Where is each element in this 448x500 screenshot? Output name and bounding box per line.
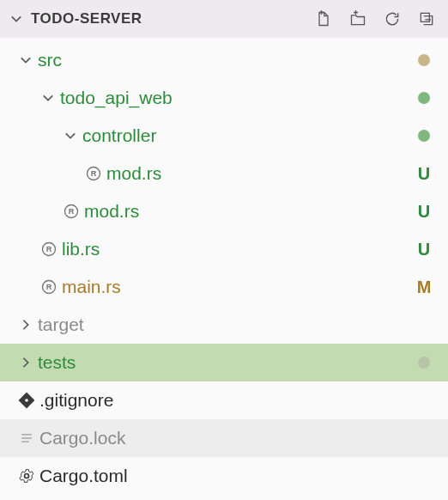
svg-text:R: R — [46, 245, 52, 253]
tree-item-label: Cargo.toml — [38, 466, 434, 486]
tree-item-todo_api_web[interactable]: todo_api_web — [0, 79, 448, 117]
rust-icon: R — [38, 278, 60, 296]
file-icon — [15, 430, 38, 447]
tree-item-label: tests — [36, 352, 414, 373]
tree-item-cargotoml[interactable]: Cargo.toml — [0, 457, 448, 495]
file-tree: srctodo_api_webcontrollerRmod.rsURmod.rs… — [0, 38, 448, 495]
tree-item-label: main.rs — [60, 277, 414, 297]
status-dot — [414, 353, 434, 373]
rust-icon: R — [60, 203, 82, 220]
collapse-all-button[interactable] — [417, 9, 436, 28]
chevron-right-icon[interactable] — [15, 357, 36, 369]
tree-item-controller[interactable]: controller — [0, 117, 448, 155]
tree-item-label: Cargo.lock — [38, 428, 434, 448]
tree-item-todo_api_web_mod[interactable]: Rmod.rsU — [0, 192, 448, 230]
explorer-header: TODO-SERVER — [0, 0, 448, 38]
tree-item-label: mod.rs — [82, 201, 414, 222]
git-status-badge: U — [414, 202, 434, 222]
svg-rect-0 — [421, 13, 429, 21]
tree-item-label: controller — [81, 125, 414, 146]
git-status-badge: U — [414, 240, 434, 259]
chevron-down-icon[interactable] — [10, 13, 27, 25]
new-folder-button[interactable] — [348, 9, 367, 28]
tree-item-label: mod.rs — [105, 163, 414, 184]
rust-icon: R — [82, 165, 105, 182]
chevron-right-icon[interactable] — [15, 319, 36, 331]
rust-icon: R — [38, 241, 60, 258]
tree-item-label: lib.rs — [60, 239, 414, 259]
chevron-down-icon[interactable] — [15, 54, 36, 66]
tree-item-gitignore[interactable]: .gitignore — [0, 381, 448, 419]
tree-item-label: todo_api_web — [58, 88, 414, 108]
chevron-down-icon[interactable] — [38, 92, 58, 104]
tree-item-label: .gitignore — [38, 390, 434, 411]
svg-text:R: R — [69, 207, 75, 216]
gitignore-icon — [15, 392, 38, 409]
gear-icon — [15, 467, 38, 485]
tree-item-main[interactable]: Rmain.rsM — [0, 268, 448, 306]
status-dot — [414, 126, 434, 146]
project-title: TODO-SERVER — [31, 10, 314, 27]
svg-text:R: R — [46, 283, 52, 291]
git-status-badge: M — [414, 277, 434, 297]
status-dot — [414, 51, 434, 70]
refresh-button[interactable] — [383, 9, 402, 28]
svg-point-14 — [25, 399, 28, 402]
tree-item-controller_mod[interactable]: Rmod.rsU — [0, 155, 448, 192]
chevron-down-icon[interactable] — [60, 130, 81, 142]
header-actions — [314, 9, 441, 28]
tree-item-tests[interactable]: tests — [0, 344, 448, 381]
tree-item-target[interactable]: target — [0, 306, 448, 344]
status-dot — [414, 88, 434, 108]
tree-item-label: target — [36, 314, 434, 335]
tree-item-label: src — [36, 50, 414, 70]
tree-item-src[interactable]: src — [0, 41, 448, 79]
new-file-button[interactable] — [314, 9, 333, 28]
svg-text:R: R — [91, 169, 97, 178]
tree-item-lib[interactable]: Rlib.rsU — [0, 230, 448, 268]
tree-item-cargolock[interactable]: Cargo.lock — [0, 419, 448, 457]
git-status-badge: U — [414, 164, 434, 184]
